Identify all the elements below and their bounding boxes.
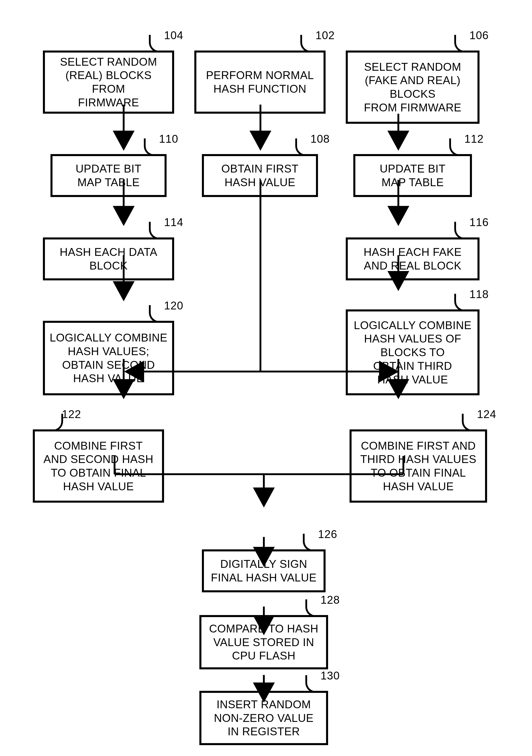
ref-hook-128 xyxy=(305,599,320,617)
box-118: LOGICALLY COMBINEHASH VALUES OFBLOCKS TO… xyxy=(346,310,479,395)
ref-108: 108 xyxy=(311,133,330,145)
box-112-text: UPDATE BITMAP TABLE xyxy=(380,162,446,189)
ref-hook-110 xyxy=(144,138,159,156)
ref-110: 110 xyxy=(159,133,178,145)
ref-hook-122 xyxy=(48,414,63,431)
box-116-text: HASH EACH FAKEAND REAL BLOCK xyxy=(364,245,462,272)
box-102: PERFORM NORMALHASH FUNCTION xyxy=(194,50,326,114)
ref-130: 130 xyxy=(320,669,340,682)
ref-104: 104 xyxy=(164,29,183,42)
box-130-text: INSERT RANDOMNON-ZERO VALUEIN REGISTER xyxy=(214,698,314,738)
box-128-text: COMPARE TO HASHVALUE STORED INCPU FLASH xyxy=(209,622,318,662)
ref-hook-114 xyxy=(149,222,164,239)
box-106-text: SELECT RANDOM(FAKE AND REAL)BLOCKSFROM F… xyxy=(364,60,461,115)
ref-hook-112 xyxy=(449,138,464,156)
ref-112: 112 xyxy=(464,133,484,145)
box-108: OBTAIN FIRSTHASH VALUE xyxy=(202,154,318,197)
ref-hook-120 xyxy=(149,305,164,323)
ref-102: 102 xyxy=(316,29,335,42)
box-108-text: OBTAIN FIRSTHASH VALUE xyxy=(221,162,298,189)
ref-124: 124 xyxy=(477,408,496,420)
ref-128: 128 xyxy=(320,594,340,606)
box-126: DIGITALLY SIGNFINAL HASH VALUE xyxy=(202,549,326,592)
box-122-text: COMBINE FIRSTAND SECOND HASHTO OBTAIN FI… xyxy=(43,439,153,493)
ref-116: 116 xyxy=(469,216,489,229)
ref-hook-130 xyxy=(305,675,320,693)
box-128: COMPARE TO HASHVALUE STORED INCPU FLASH xyxy=(199,615,328,669)
ref-114: 114 xyxy=(164,216,183,229)
box-116: HASH EACH FAKEAND REAL BLOCK xyxy=(346,237,479,281)
box-114: HASH EACH DATABLOCK xyxy=(43,237,174,281)
ref-hook-118 xyxy=(454,294,469,311)
ref-126: 126 xyxy=(318,528,337,541)
ref-120: 120 xyxy=(164,299,183,312)
ref-hook-116 xyxy=(454,222,469,239)
ref-118: 118 xyxy=(469,288,489,301)
box-114-text: HASH EACH DATABLOCK xyxy=(60,245,158,272)
box-122: COMBINE FIRSTAND SECOND HASHTO OBTAIN FI… xyxy=(33,429,164,503)
box-104-text: SELECT RANDOM(REAL) BLOCKS FROMFIRMWARE xyxy=(49,55,167,109)
box-110: UPDATE BITMAP TABLE xyxy=(50,154,166,197)
flowchart-frame: SELECT RANDOM(REAL) BLOCKS FROMFIRMWARE … xyxy=(28,20,502,727)
box-104: SELECT RANDOM(REAL) BLOCKS FROMFIRMWARE xyxy=(43,50,174,114)
ref-hook-126 xyxy=(303,534,318,552)
ref-hook-102 xyxy=(300,35,316,53)
box-126-text: DIGITALLY SIGNFINAL HASH VALUE xyxy=(211,557,317,584)
ref-hook-106 xyxy=(454,35,469,53)
ref-122: 122 xyxy=(62,408,81,420)
ref-hook-124 xyxy=(462,414,477,431)
ref-hook-108 xyxy=(295,138,311,156)
box-124: COMBINE FIRST ANDTHIRD HASH VALUESTO OBT… xyxy=(349,429,487,503)
ref-106: 106 xyxy=(469,29,489,42)
ref-hook-104 xyxy=(149,35,164,53)
box-124-text: COMBINE FIRST ANDTHIRD HASH VALUESTO OBT… xyxy=(360,439,476,493)
box-130: INSERT RANDOMNON-ZERO VALUEIN REGISTER xyxy=(199,691,328,745)
box-120: LOGICALLY COMBINEHASH VALUES;OBTAIN SECO… xyxy=(43,321,174,395)
box-110-text: UPDATE BITMAP TABLE xyxy=(76,162,141,189)
box-118-text: LOGICALLY COMBINEHASH VALUES OFBLOCKS TO… xyxy=(354,318,472,386)
box-120-text: LOGICALLY COMBINEHASH VALUES;OBTAIN SECO… xyxy=(50,331,167,385)
box-102-text: PERFORM NORMALHASH FUNCTION xyxy=(206,68,314,95)
box-106: SELECT RANDOM(FAKE AND REAL)BLOCKSFROM F… xyxy=(346,50,479,124)
box-112: UPDATE BITMAP TABLE xyxy=(353,154,472,197)
